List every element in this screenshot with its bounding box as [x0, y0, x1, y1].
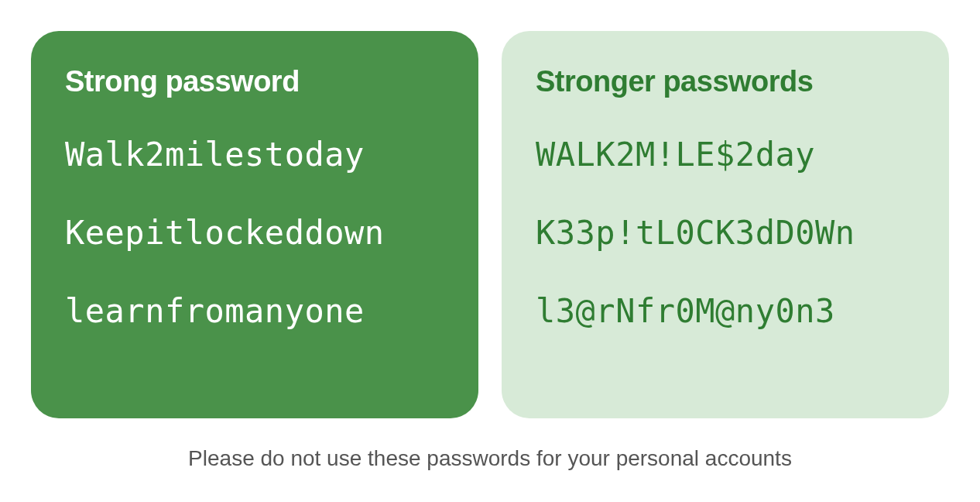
- strong-password-example: Keepitlockeddown: [65, 214, 444, 252]
- cards-row: Strong password Walk2milestoday Keepitlo…: [31, 31, 949, 418]
- stronger-password-example: K33p!tL0CK3dD0Wn: [536, 214, 915, 252]
- stronger-password-example: WALK2M!LE$2day: [536, 136, 915, 174]
- strong-password-heading: Strong password: [65, 65, 444, 98]
- stronger-passwords-heading: Stronger passwords: [536, 65, 915, 98]
- strong-password-example: learnfromanyone: [65, 292, 444, 330]
- disclaimer-footnote: Please do not use these passwords for yo…: [31, 446, 949, 471]
- strong-password-list: Walk2milestoday Keepitlockeddown learnfr…: [65, 136, 444, 330]
- strong-password-example: Walk2milestoday: [65, 136, 444, 174]
- stronger-passwords-card: Stronger passwords WALK2M!LE$2day K33p!t…: [502, 31, 949, 418]
- strong-password-card: Strong password Walk2milestoday Keepitlo…: [31, 31, 478, 418]
- password-comparison-graphic: Strong password Walk2milestoday Keepitlo…: [0, 0, 980, 502]
- stronger-password-example: l3@rNfr0M@ny0n3: [536, 292, 915, 330]
- stronger-passwords-list: WALK2M!LE$2day K33p!tL0CK3dD0Wn l3@rNfr0…: [536, 136, 915, 330]
